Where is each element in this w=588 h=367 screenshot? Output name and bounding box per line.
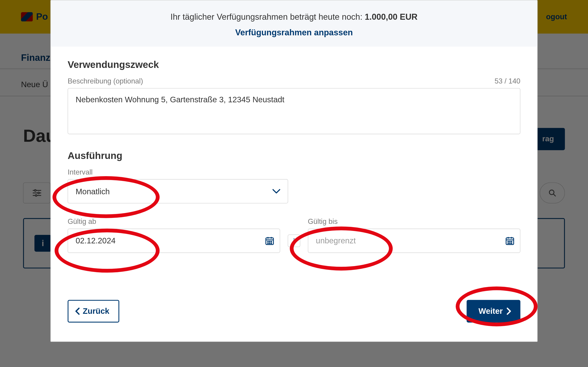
- info-tooltip-button[interactable]: i: [288, 234, 300, 247]
- adjust-limit-link[interactable]: Verfügungsrahmen anpassen: [68, 28, 520, 37]
- chevron-right-icon: [506, 307, 512, 315]
- description-counter: 53 / 140: [494, 77, 520, 85]
- description-input[interactable]: Nebenkosten Wohnung 5, Gartenstraße 3, 1…: [68, 88, 520, 134]
- back-button-label: Zurück: [83, 307, 109, 316]
- purpose-heading: Verwendungszweck: [68, 59, 520, 70]
- execution-heading: Ausführung: [68, 150, 520, 161]
- limit-text: Ihr täglicher Verfügungsrahmen beträgt h…: [170, 12, 365, 21]
- valid-from-label: Gültig ab: [68, 218, 280, 226]
- interval-select[interactable]: Monatlich: [68, 179, 288, 203]
- next-button[interactable]: Weiter: [467, 300, 520, 323]
- description-label: Beschreibung (optional): [68, 77, 143, 85]
- next-button-label: Weiter: [478, 307, 503, 316]
- limit-amount: 1.000,00 EUR: [365, 12, 418, 21]
- limit-banner: Ihr täglicher Verfügungsrahmen beträgt h…: [51, 0, 537, 47]
- chevron-left-icon: [74, 307, 80, 315]
- valid-to-label: Gültig bis: [308, 218, 520, 226]
- interval-label: Intervall: [68, 168, 520, 177]
- back-button[interactable]: Zurück: [68, 300, 120, 323]
- standing-order-modal: Ihr täglicher Verfügungsrahmen beträgt h…: [50, 0, 537, 342]
- valid-to-input[interactable]: [308, 229, 520, 253]
- valid-from-input[interactable]: [68, 229, 280, 253]
